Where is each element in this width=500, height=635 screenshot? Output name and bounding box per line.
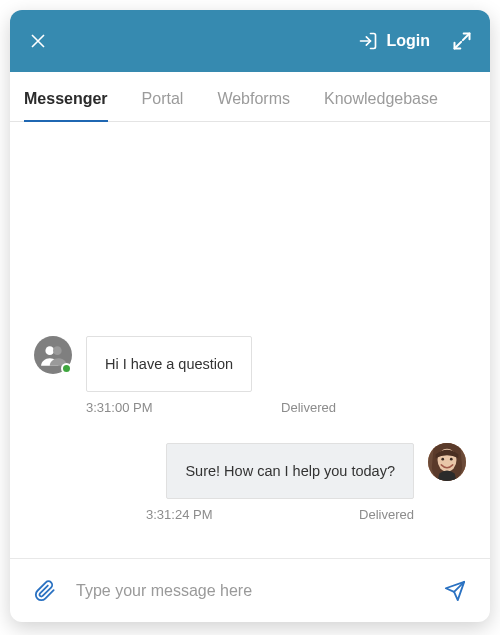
svg-point-7 (441, 458, 444, 461)
message-row: Hi I have a question (34, 336, 466, 392)
agent-photo-icon (428, 443, 466, 481)
message-text: Sure! How can I help you today? (185, 463, 395, 479)
message-time: 3:31:24 PM (146, 507, 213, 522)
expand-button[interactable] (448, 27, 476, 55)
agent-avatar (428, 443, 466, 481)
paperclip-icon (34, 580, 56, 602)
close-icon (30, 33, 46, 49)
expand-icon (452, 31, 472, 51)
message-row: Sure! How can I help you today? (34, 443, 466, 499)
tab-messenger[interactable]: Messenger (24, 76, 108, 122)
chat-area: Hi I have a question 3:31:00 PM Delivere… (10, 122, 490, 558)
presence-indicator-online (61, 363, 72, 374)
message-bubble: Hi I have a question (86, 336, 252, 392)
header-bar: Login (10, 10, 490, 72)
message-status: Delivered (281, 400, 336, 415)
send-icon (444, 580, 466, 602)
tab-portal[interactable]: Portal (142, 76, 184, 122)
message-status: Delivered (359, 507, 414, 522)
close-button[interactable] (24, 27, 52, 55)
message-time: 3:31:00 PM (86, 400, 153, 415)
tab-webforms[interactable]: Webforms (217, 76, 290, 122)
attach-button[interactable] (32, 578, 58, 604)
login-icon (358, 31, 378, 51)
svg-point-4 (53, 346, 62, 355)
svg-point-3 (45, 346, 54, 355)
tab-bar: Messenger Portal Webforms Knowledgebase (10, 72, 490, 122)
composer-bar (10, 558, 490, 622)
message-input[interactable] (76, 582, 424, 600)
guest-avatar (34, 336, 72, 374)
chat-widget-window: Login Messenger Portal Webforms Knowledg… (10, 10, 490, 622)
login-button[interactable]: Login (358, 31, 430, 51)
send-button[interactable] (442, 578, 468, 604)
login-label: Login (386, 32, 430, 50)
tab-knowledgebase[interactable]: Knowledgebase (324, 76, 438, 122)
message-meta: 3:31:00 PM Delivered (86, 400, 336, 415)
message-meta: 3:31:24 PM Delivered (146, 507, 414, 522)
message-text: Hi I have a question (105, 356, 233, 372)
message-bubble: Sure! How can I help you today? (166, 443, 414, 499)
svg-point-8 (450, 458, 453, 461)
